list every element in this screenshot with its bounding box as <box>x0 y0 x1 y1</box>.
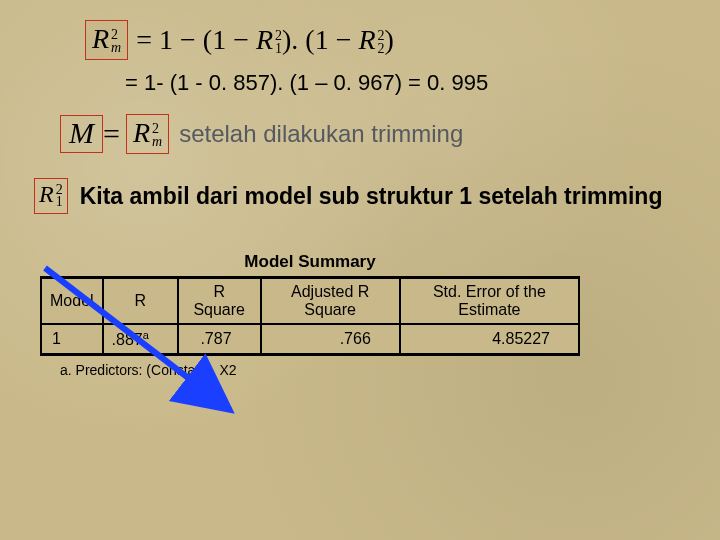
subscript: m <box>111 42 121 55</box>
statement-text: Kita ambil dari model sub struktur 1 set… <box>80 183 663 210</box>
col-r: R <box>103 278 178 325</box>
table-header-row: Model R R Square Adjusted R Square Std. … <box>41 278 579 325</box>
var-R: R <box>92 23 109 54</box>
m-rhs-box: R2m <box>126 114 169 154</box>
model-summary-table: Model R R Square Adjusted R Square Std. … <box>40 276 580 356</box>
col-stderr: Std. Error of the Estimate <box>400 278 579 325</box>
subsup: 2m <box>152 123 162 148</box>
col-model: Model <box>41 278 103 325</box>
cell-stderr: 4.85227 <box>400 324 579 355</box>
cell-model: 1 <box>41 324 103 355</box>
subsup: 2m <box>111 29 121 54</box>
r1-statement-row: R21 Kita ambil dari model sub struktur 1… <box>34 178 690 214</box>
subscript: m <box>152 136 162 149</box>
table-row: 1 .887a .787 .766 4.85227 <box>41 324 579 355</box>
r1-box: R21 <box>34 178 68 214</box>
cell-r: .887a <box>103 324 178 355</box>
cell-adjrsq: .766 <box>261 324 400 355</box>
subscript: 1 <box>56 196 63 209</box>
col-rsq: R Square <box>178 278 261 325</box>
model-summary-block: Model Summary Model R R Square Adjusted … <box>40 252 690 378</box>
formula-rm-squared: R2m = 1 − (1 − R21). (1 − R22) <box>85 20 690 60</box>
equals: = <box>103 117 120 151</box>
m-lhs-box: M <box>60 115 103 153</box>
var-R: R <box>133 117 150 148</box>
formula-m: M = R2m setelah dilakukan trimming <box>60 114 690 154</box>
table-footnote: a. Predictors: (Constant), X2 <box>60 362 690 378</box>
formula-rhs: = 1 − (1 − R21). (1 − R22) <box>136 24 394 56</box>
cell-rsq: .787 <box>178 324 261 355</box>
superscript-a: a <box>143 329 149 341</box>
m-trailing-text: setelah dilakukan trimming <box>179 120 463 148</box>
formula-lhs-box: R2m <box>85 20 128 60</box>
slide: R2m = 1 − (1 − R21). (1 − R22) = 1- (1 -… <box>0 0 720 540</box>
var-R: R <box>39 181 54 207</box>
col-adjrsq: Adjusted R Square <box>261 278 400 325</box>
table-title: Model Summary <box>40 252 580 272</box>
numeric-substitution: = 1- (1 - 0. 857). (1 – 0. 967) = 0. 995 <box>125 70 690 96</box>
subsup: 21 <box>56 184 63 209</box>
